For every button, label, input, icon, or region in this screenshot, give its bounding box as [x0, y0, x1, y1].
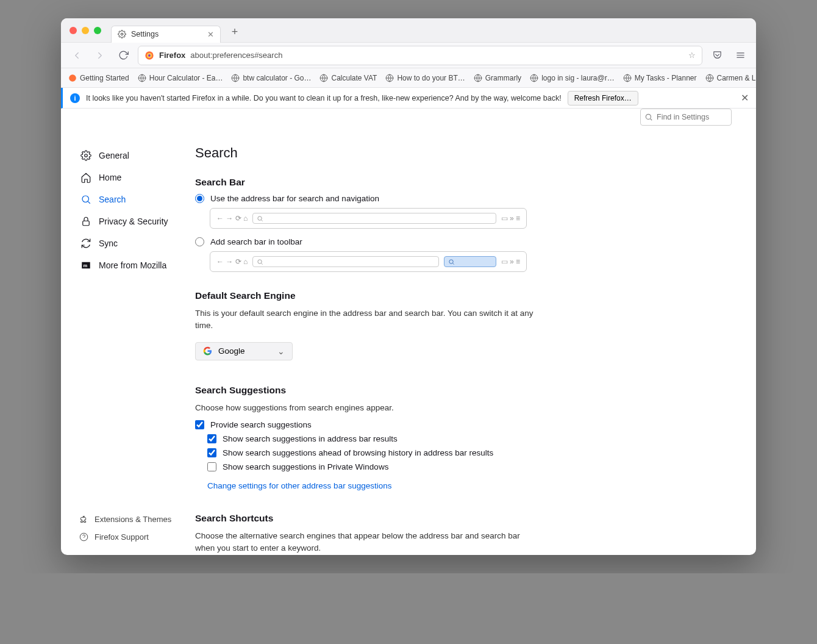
svg-line-28: [262, 220, 263, 221]
svg-line-26: [651, 119, 652, 121]
check-private-windows[interactable]: Show search suggestions in Private Windo…: [207, 462, 732, 471]
sidebar-item-more-mozilla[interactable]: m More from Mozilla: [77, 255, 179, 276]
lock-icon: [80, 216, 91, 227]
svg-point-23: [80, 533, 88, 541]
sidebar-item-home[interactable]: Home: [77, 167, 179, 188]
maximize-window-button[interactable]: [94, 27, 101, 34]
search-icon: [644, 113, 653, 121]
infobar-close-icon[interactable]: ✕: [741, 92, 749, 104]
mozilla-icon: m: [80, 260, 91, 271]
help-icon: [79, 532, 88, 542]
svg-point-18: [82, 196, 89, 202]
radio-use-address-bar[interactable]: Use the address bar for search and navig…: [195, 194, 732, 203]
bookmarks-bar: Getting Started Hour Calculator - Ea… bt…: [61, 68, 756, 88]
radio-add-search-bar[interactable]: Add search bar in toolbar: [195, 237, 732, 246]
svg-line-19: [88, 201, 90, 203]
bookmark-star-icon[interactable]: ☆: [688, 51, 696, 60]
bookmark-item[interactable]: Getting Started: [68, 74, 129, 82]
search-icon: [80, 194, 91, 205]
app-menu-icon[interactable]: [732, 47, 749, 64]
svg-point-29: [258, 259, 262, 263]
bookmark-item[interactable]: btw calculator - Go…: [231, 74, 311, 82]
svg-point-3: [148, 54, 151, 57]
check-provide-suggestions[interactable]: Provide search suggestions: [195, 420, 732, 429]
refresh-firefox-button[interactable]: Refresh Firefox…: [568, 91, 638, 106]
info-icon: i: [70, 93, 80, 103]
bookmark-item[interactable]: How to do your BT…: [385, 74, 465, 82]
svg-point-31: [449, 259, 452, 263]
pocket-icon[interactable]: [708, 47, 726, 64]
home-icon: [80, 172, 91, 183]
svg-line-32: [452, 263, 454, 264]
bookmark-item[interactable]: My Tasks - Planner: [623, 74, 697, 82]
settings-sidebar: General Home Search Privacy & Security S…: [61, 109, 189, 555]
puzzle-icon: [79, 515, 88, 524]
google-icon: [203, 346, 212, 356]
window-controls: [70, 27, 101, 34]
address-bar[interactable]: Firefox about:preferences#search ☆: [138, 46, 702, 65]
section-shortcuts: Search Shortcuts: [195, 513, 732, 524]
check-show-in-address-bar[interactable]: Show search suggestions in address bar r…: [207, 434, 732, 443]
svg-point-17: [85, 154, 88, 157]
sidebar-item-general[interactable]: General: [77, 145, 179, 166]
close-window-button[interactable]: [70, 27, 77, 34]
gear-icon: [80, 150, 91, 161]
bookmark-item[interactable]: Hour Calculator - Ea…: [138, 74, 223, 82]
gear-icon: [118, 30, 126, 38]
url-text: about:preferences#search: [190, 51, 282, 60]
browser-tab[interactable]: Settings ✕: [111, 26, 221, 43]
reload-button[interactable]: [115, 47, 132, 64]
section-search-bar: Search Bar: [195, 177, 732, 188]
suggestions-desc: Choose how suggestions from search engin…: [195, 402, 537, 414]
bookmark-item[interactable]: logo in sig - laura@r…: [530, 74, 615, 82]
sync-icon: [80, 238, 91, 249]
new-tab-button[interactable]: +: [227, 24, 243, 40]
default-engine-desc: This is your default search engine in th…: [195, 307, 537, 332]
section-default-engine: Default Search Engine: [195, 290, 732, 301]
sidebar-item-privacy[interactable]: Privacy & Security: [77, 211, 179, 232]
searchbar-illustration-1: ← → ⟳ ⌂ ▭ » ≡: [210, 208, 527, 229]
tab-title: Settings: [131, 30, 159, 38]
check-ahead-of-history[interactable]: Show search suggestions ahead of browsin…: [207, 448, 732, 457]
forward-button[interactable]: [91, 47, 109, 64]
chevron-down-icon: ⌄: [277, 346, 285, 356]
close-tab-icon[interactable]: ✕: [207, 30, 214, 39]
minimize-window-button[interactable]: [82, 27, 89, 34]
svg-point-0: [121, 33, 123, 35]
titlebar: Settings ✕ +: [61, 18, 756, 43]
refresh-infobar: i It looks like you haven't started Fire…: [61, 88, 756, 109]
svg-rect-20: [83, 221, 90, 226]
app-window: Settings ✕ + Firefox about:preferences#s…: [61, 18, 756, 555]
settings-main: Search Search Bar Use the address bar fo…: [189, 109, 756, 555]
page-title: Search: [195, 145, 732, 161]
sidebar-support-link[interactable]: Firefox Support: [77, 529, 179, 545]
firefox-icon: [144, 51, 154, 60]
svg-point-27: [258, 216, 262, 220]
change-address-bar-settings-link[interactable]: Change settings for other address bar su…: [207, 481, 391, 490]
section-suggestions: Search Suggestions: [195, 385, 732, 396]
default-engine-select[interactable]: Google ⌄: [195, 342, 293, 360]
sidebar-item-sync[interactable]: Sync: [77, 233, 179, 254]
searchbar-illustration-2: ← → ⟳ ⌂ ▭ » ≡: [210, 251, 527, 272]
back-button[interactable]: [68, 47, 85, 64]
svg-point-7: [69, 74, 76, 82]
sidebar-item-search[interactable]: Search: [77, 189, 179, 210]
svg-text:m: m: [84, 263, 88, 268]
bookmark-item[interactable]: Calculate VAT: [319, 74, 377, 82]
svg-point-25: [646, 114, 651, 119]
url-product: Firefox: [159, 51, 185, 60]
svg-line-30: [262, 263, 263, 264]
find-in-settings-input[interactable]: [640, 109, 732, 126]
infobar-text: It looks like you haven't started Firefo…: [86, 94, 562, 102]
bookmark-item[interactable]: Carmen & Laura - Pl…: [705, 74, 757, 82]
nav-toolbar: Firefox about:preferences#search ☆: [61, 43, 756, 68]
bookmark-item[interactable]: Grammarly: [474, 74, 521, 82]
sidebar-extensions-link[interactable]: Extensions & Themes: [77, 511, 179, 528]
shortcuts-desc: Choose the alternative search engines th…: [195, 530, 537, 555]
